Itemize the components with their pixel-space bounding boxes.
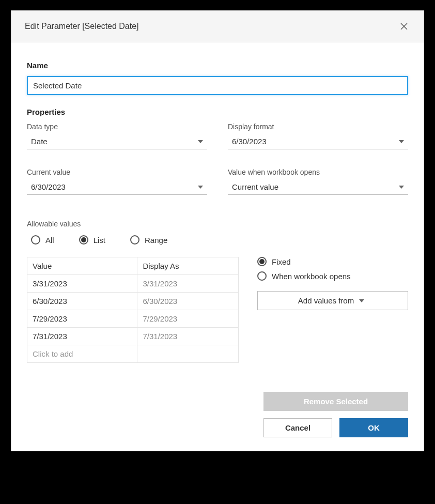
data-type-select[interactable]: Date (27, 135, 207, 149)
allowable-values-radios: All List Range (27, 235, 408, 245)
current-value-select[interactable]: 6/30/2023 (27, 180, 207, 195)
properties-label: Properties (27, 108, 408, 116)
properties-grid: Data type Date Display format 6/30/2023 … (27, 123, 408, 195)
dialog-footer: Remove Selected Cancel OK (27, 392, 408, 437)
display-format-field: Display format 6/30/2023 (228, 123, 408, 149)
close-icon[interactable] (398, 20, 410, 33)
dialog-title: Edit Parameter [Selected Date] (25, 22, 139, 31)
lower-section: Value Display As 3/31/2023 3/31/2023 6/3… (27, 257, 408, 363)
values-table: Value Display As 3/31/2023 3/31/2023 6/3… (27, 257, 239, 363)
display-format-value: 6/30/2023 (232, 137, 267, 146)
allowable-list-radio[interactable]: List (79, 235, 105, 245)
when-workbook-opens-radio[interactable]: When workbook opens (257, 271, 408, 281)
cell-value: 3/31/2023 (27, 275, 137, 293)
table-row[interactable]: 3/31/2023 3/31/2023 (27, 275, 239, 293)
data-type-field: Data type Date (27, 123, 207, 149)
radio-icon (130, 235, 139, 245)
current-value-label: Current value (27, 168, 207, 176)
ok-button[interactable]: OK (339, 418, 408, 437)
allowable-list-label: List (94, 236, 105, 245)
cell-value: 7/31/2023 (27, 328, 137, 345)
value-when-open-label: Value when workbook opens (228, 168, 408, 176)
right-column: Fixed When workbook opens Add values fro… (257, 257, 408, 310)
allowable-all-radio[interactable]: All (31, 235, 54, 245)
chevron-down-icon (198, 186, 203, 189)
data-type-label: Data type (27, 123, 207, 131)
update-mode-radios: Fixed When workbook opens (257, 257, 408, 281)
allowable-all-label: All (45, 236, 54, 245)
value-when-open-field: Value when workbook opens Current value (228, 168, 408, 195)
chevron-down-icon (399, 186, 404, 189)
radio-icon (257, 257, 267, 266)
cell-display: 6/30/2023 (137, 293, 239, 310)
cancel-button[interactable]: Cancel (263, 418, 332, 437)
cell-value: 7/29/2023 (27, 310, 137, 328)
current-value-value: 6/30/2023 (31, 182, 66, 191)
dialog-content: Name Properties Data type Date Display f… (11, 42, 424, 451)
dialog-titlebar: Edit Parameter [Selected Date] (11, 11, 424, 42)
table-row[interactable]: 6/30/2023 6/30/2023 (27, 293, 239, 310)
add-placeholder-display (137, 345, 239, 363)
name-label: Name (27, 61, 408, 70)
header-value: Value (27, 257, 137, 275)
add-values-label: Add values from (298, 296, 354, 305)
table-add-row[interactable]: Click to add (27, 345, 239, 363)
when-workbook-opens-label: When workbook opens (272, 272, 351, 281)
current-value-field: Current value 6/30/2023 (27, 168, 207, 195)
data-type-value: Date (31, 137, 48, 146)
radio-icon (257, 271, 267, 281)
chevron-down-icon (359, 299, 364, 302)
fixed-radio[interactable]: Fixed (257, 257, 408, 266)
fixed-label: Fixed (272, 257, 291, 266)
radio-icon (79, 235, 88, 245)
cell-display: 7/31/2023 (137, 328, 239, 345)
display-format-select[interactable]: 6/30/2023 (228, 135, 408, 149)
table-row[interactable]: 7/31/2023 7/31/2023 (27, 328, 239, 345)
edit-parameter-dialog: Edit Parameter [Selected Date] Name Prop… (11, 10, 424, 451)
allowable-range-label: Range (145, 236, 167, 245)
add-placeholder: Click to add (27, 345, 137, 363)
add-values-from-button[interactable]: Add values from (257, 291, 408, 310)
header-display: Display As (137, 257, 239, 275)
radio-icon (31, 235, 40, 245)
chevron-down-icon (399, 140, 404, 143)
allowable-values-label: Allowable values (27, 220, 408, 228)
remove-selected-button: Remove Selected (263, 392, 408, 411)
value-when-open-value: Current value (232, 182, 278, 191)
cell-display: 3/31/2023 (137, 275, 239, 293)
allowable-range-radio[interactable]: Range (130, 235, 167, 245)
table-row[interactable]: 7/29/2023 7/29/2023 (27, 310, 239, 328)
display-format-label: Display format (228, 123, 408, 131)
name-input[interactable] (27, 76, 408, 95)
cell-display: 7/29/2023 (137, 310, 239, 328)
value-when-open-select[interactable]: Current value (228, 180, 408, 195)
cell-value: 6/30/2023 (27, 293, 137, 310)
chevron-down-icon (198, 140, 203, 143)
